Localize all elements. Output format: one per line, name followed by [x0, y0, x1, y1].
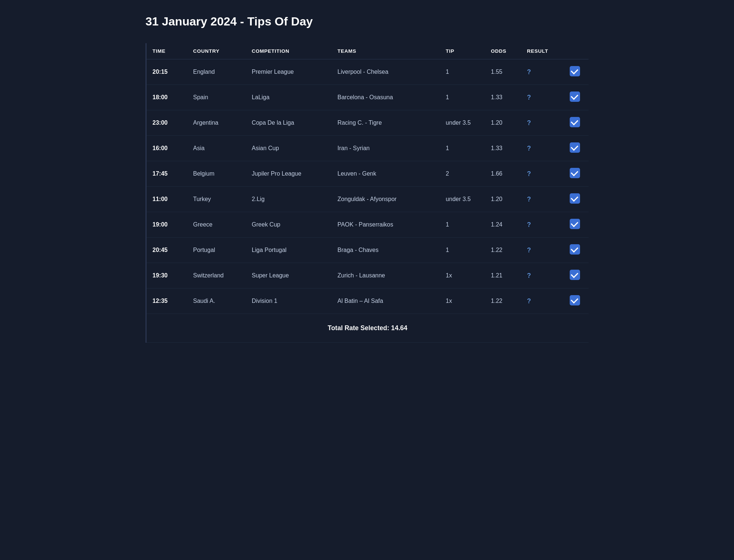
cell-checkbox[interactable] — [562, 161, 589, 187]
cell-time: 16:00 — [147, 136, 187, 161]
cell-tip: 1x — [440, 288, 485, 314]
cell-odds: 1.24 — [485, 212, 521, 238]
table-header-row: TIME COUNTRY COMPETITION TEAMS TIP ODDS … — [147, 43, 589, 59]
page-title: 31 January 2024 - Tips Of Day — [145, 15, 589, 28]
cell-teams: PAOK - Panserraikos — [332, 212, 440, 238]
table-row: 19:00 Greece Greek Cup PAOK - Panserraik… — [147, 212, 589, 238]
table-row: 12:35 Saudi A. Division 1 Al Batin – Al … — [147, 288, 589, 314]
checkbox-checked-icon[interactable] — [570, 117, 580, 127]
cell-country: Switzerland — [187, 263, 246, 288]
cell-checkbox[interactable] — [562, 136, 589, 161]
cell-competition: Super League — [246, 263, 332, 288]
cell-checkbox[interactable] — [562, 187, 589, 212]
cell-competition: Liga Portugal — [246, 238, 332, 263]
cell-tip: 1 — [440, 212, 485, 238]
cell-competition: Division 1 — [246, 288, 332, 314]
result-question-mark: ? — [527, 94, 531, 101]
result-question-mark: ? — [527, 68, 531, 76]
cell-teams: Braga - Chaves — [332, 238, 440, 263]
header-time: TIME — [147, 43, 187, 59]
result-question-mark: ? — [527, 297, 531, 305]
result-question-mark: ? — [527, 145, 531, 152]
cell-result: ? — [521, 110, 561, 136]
cell-checkbox[interactable] — [562, 85, 589, 110]
cell-country: Greece — [187, 212, 246, 238]
checkbox-checked-icon[interactable] — [570, 91, 580, 102]
header-teams: TEAMS — [332, 43, 440, 59]
checkbox-checked-icon[interactable] — [570, 219, 580, 229]
cell-tip: 1 — [440, 85, 485, 110]
cell-teams: Liverpool - Chelsea — [332, 59, 440, 85]
table-row: 11:00 Turkey 2.Lig Zonguldak - Afyonspor… — [147, 187, 589, 212]
cell-competition: Asian Cup — [246, 136, 332, 161]
cell-result: ? — [521, 238, 561, 263]
cell-competition: Copa De la Liga — [246, 110, 332, 136]
cell-tip: 1 — [440, 238, 485, 263]
table-row: 17:45 Belgium Jupiler Pro League Leuven … — [147, 161, 589, 187]
cell-result: ? — [521, 212, 561, 238]
result-question-mark: ? — [527, 119, 531, 127]
cell-time: 23:00 — [147, 110, 187, 136]
table-row: 19:30 Switzerland Super League Zurich - … — [147, 263, 589, 288]
cell-teams: Racing C. - Tigre — [332, 110, 440, 136]
cell-time: 17:45 — [147, 161, 187, 187]
checkbox-checked-icon[interactable] — [570, 244, 580, 255]
checkbox-checked-icon[interactable] — [570, 295, 580, 305]
cell-odds: 1.20 — [485, 187, 521, 212]
table-wrapper: TIME COUNTRY COMPETITION TEAMS TIP ODDS … — [145, 43, 589, 343]
header-tip: TIP — [440, 43, 485, 59]
total-rate-label: Total Rate Selected: 14.64 — [147, 314, 589, 343]
table-row: 20:45 Portugal Liga Portugal Braga - Cha… — [147, 238, 589, 263]
cell-result: ? — [521, 136, 561, 161]
header-checkbox — [562, 43, 589, 59]
result-question-mark: ? — [527, 170, 531, 177]
cell-odds: 1.33 — [485, 136, 521, 161]
cell-time: 11:00 — [147, 187, 187, 212]
cell-tip: 1 — [440, 136, 485, 161]
cell-teams: Zonguldak - Afyonspor — [332, 187, 440, 212]
checkbox-checked-icon[interactable] — [570, 168, 580, 178]
cell-checkbox[interactable] — [562, 263, 589, 288]
cell-teams: Zurich - Lausanne — [332, 263, 440, 288]
cell-competition: Greek Cup — [246, 212, 332, 238]
cell-odds: 1.21 — [485, 263, 521, 288]
checkbox-checked-icon[interactable] — [570, 142, 580, 153]
cell-country: Argentina — [187, 110, 246, 136]
result-question-mark: ? — [527, 196, 531, 203]
checkbox-checked-icon[interactable] — [570, 270, 580, 280]
cell-teams: Leuven - Genk — [332, 161, 440, 187]
header-competition: COMPETITION — [246, 43, 332, 59]
checkbox-checked-icon[interactable] — [570, 193, 580, 204]
cell-competition: Premier League — [246, 59, 332, 85]
cell-teams: Iran - Syrian — [332, 136, 440, 161]
cell-tip: 2 — [440, 161, 485, 187]
cell-competition: Jupiler Pro League — [246, 161, 332, 187]
cell-country: Saudi A. — [187, 288, 246, 314]
header-odds: ODDS — [485, 43, 521, 59]
cell-result: ? — [521, 288, 561, 314]
cell-competition: LaLiga — [246, 85, 332, 110]
cell-checkbox[interactable] — [562, 238, 589, 263]
cell-time: 20:45 — [147, 238, 187, 263]
cell-checkbox[interactable] — [562, 59, 589, 85]
cell-odds: 1.20 — [485, 110, 521, 136]
cell-checkbox[interactable] — [562, 212, 589, 238]
cell-teams: Al Batin – Al Safa — [332, 288, 440, 314]
cell-result: ? — [521, 161, 561, 187]
cell-country: Asia — [187, 136, 246, 161]
checkbox-checked-icon[interactable] — [570, 66, 580, 76]
cell-country: Turkey — [187, 187, 246, 212]
tips-table: TIME COUNTRY COMPETITION TEAMS TIP ODDS … — [147, 43, 589, 343]
cell-checkbox[interactable] — [562, 110, 589, 136]
table-row: 16:00 Asia Asian Cup Iran - Syrian 1 1.3… — [147, 136, 589, 161]
cell-checkbox[interactable] — [562, 288, 589, 314]
cell-time: 18:00 — [147, 85, 187, 110]
cell-odds: 1.66 — [485, 161, 521, 187]
table-row: 18:00 Spain LaLiga Barcelona - Osasuna 1… — [147, 85, 589, 110]
cell-country: Portugal — [187, 238, 246, 263]
table-row: 20:15 England Premier League Liverpool -… — [147, 59, 589, 85]
cell-odds: 1.22 — [485, 288, 521, 314]
table-row: 23:00 Argentina Copa De la Liga Racing C… — [147, 110, 589, 136]
cell-country: England — [187, 59, 246, 85]
cell-odds: 1.33 — [485, 85, 521, 110]
